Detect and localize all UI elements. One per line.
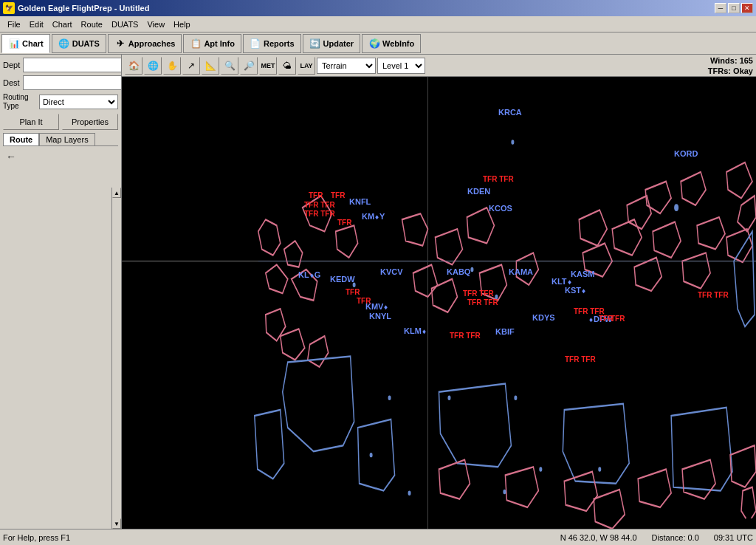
tfr-1: TFR TFR	[483, 175, 514, 183]
panel-tab-route[interactable]: Route	[3, 133, 39, 145]
panel-tab-maplayers[interactable]: Map Layers	[39, 133, 94, 145]
terrain-select[interactable]: Terrain Sectional IFR Low IFR High	[317, 58, 376, 74]
airport-knfl: KNFL	[349, 197, 371, 206]
airport-kedw: KEDW	[330, 275, 355, 284]
airport-klts: KLT⬧	[551, 277, 572, 286]
svg-marker-32	[734, 231, 755, 326]
panel-tabs: Route Map Layers	[3, 133, 118, 146]
wind-info: Winds: 165 TFRs: Okay	[708, 55, 753, 76]
svg-marker-40	[741, 487, 756, 523]
map-zoomout-button[interactable]: 🔎	[240, 57, 258, 75]
tab-webinfo[interactable]: 🌍 WebInfo	[362, 34, 421, 53]
tfr-5: TFR TFR	[304, 210, 335, 218]
dept-input[interactable]	[23, 58, 122, 72]
svg-point-55	[408, 490, 411, 495]
svg-marker-28	[563, 404, 629, 484]
tab-webinfo-label: WebInfo	[382, 39, 414, 48]
svg-marker-26	[283, 356, 354, 451]
svg-marker-22	[726, 229, 752, 262]
svg-point-54	[370, 453, 373, 457]
map-zoomin-button[interactable]: 🔍	[221, 57, 238, 75]
menu-edit[interactable]: Edit	[25, 18, 48, 30]
svg-marker-21	[697, 217, 725, 249]
title-bar: 🦅 Golden Eagle FlightPrep - Untitled ─ □…	[0, 0, 756, 16]
tfr-10: TFR TFR	[467, 298, 498, 306]
map-pan-button[interactable]: ✋	[163, 57, 181, 75]
airport-kdys: KDYS	[532, 313, 555, 322]
svg-marker-39	[730, 445, 756, 487]
close-button[interactable]: ✕	[741, 3, 753, 13]
menu-route[interactable]: Route	[77, 18, 107, 30]
routing-type-label: RoutingType	[3, 93, 36, 111]
svg-point-58	[598, 467, 601, 471]
tfr-3: TFR	[331, 191, 345, 199]
tab-reports[interactable]: 📄 Reports	[243, 34, 301, 53]
map-home-button[interactable]: 🏠	[125, 57, 142, 75]
tfr-14: TFR TFR	[450, 332, 481, 340]
routing-type-row: RoutingType Direct VOR GPS	[3, 93, 118, 111]
menu-file[interactable]: File	[3, 18, 25, 30]
svg-marker-45	[627, 196, 651, 229]
svg-marker-42	[738, 196, 756, 231]
airport-klvg: KL⬧G	[298, 270, 320, 279]
tab-chart[interactable]: 📊 Chart	[1, 34, 50, 53]
tab-apt-info[interactable]: 📋 Apt Info	[183, 34, 241, 53]
tab-reports-label: Reports	[264, 39, 295, 48]
svg-marker-11	[402, 213, 428, 245]
map-toolbar: 🏠 🌐 ✋ ↗ 📐 🔍 🔎 MET 🌤 LAY Terrain Sectiona…	[122, 55, 756, 77]
svg-marker-25	[682, 253, 710, 288]
map-metar-button[interactable]: MET	[259, 57, 277, 75]
map-measure-button[interactable]: 📐	[202, 57, 219, 75]
tfr-8: TFR	[357, 297, 371, 305]
tfr-13: TFR	[611, 315, 625, 323]
map-weather-button[interactable]: 🌤	[278, 57, 296, 75]
airport-kabq: KABQ	[447, 267, 470, 276]
scroll-down-button[interactable]: ▼	[112, 518, 121, 529]
left-panel: Dept Dest RoutingType Direct VOR GPS Pla…	[0, 55, 122, 529]
svg-marker-24	[634, 258, 662, 291]
properties-button[interactable]: Properties	[62, 114, 118, 130]
map-pointer-button[interactable]: ↗	[182, 57, 200, 75]
svg-point-46	[511, 140, 514, 144]
map-svg	[122, 77, 756, 529]
scroll-up-button[interactable]: ▲	[112, 188, 121, 198]
corner-box	[746, 518, 756, 529]
svg-marker-38	[682, 460, 715, 499]
back-arrow[interactable]: ←	[3, 149, 118, 164]
menu-duats[interactable]: DUATS	[107, 18, 142, 30]
status-bar: For Help, press F1 N 46 32.0, W 98 44.0 …	[0, 529, 756, 545]
map-globe-button[interactable]: 🌐	[144, 57, 162, 75]
winds-text: Winds: 165	[708, 55, 753, 66]
airport-kbif: KBIF	[495, 327, 515, 336]
level-select[interactable]: Level 1 Level 2 Level 3	[377, 58, 425, 74]
main-toolbar: 📊 Chart 🌐 DUATS ✈ Approaches 📋 Apt Info …	[0, 32, 756, 55]
airport-klmv: KLM⬧	[404, 326, 427, 335]
plan-it-button[interactable]: Plan It	[3, 114, 59, 130]
airport-kvcv: KVCV	[380, 267, 403, 276]
minimize-button[interactable]: ─	[715, 3, 726, 13]
webinfo-icon: 🌍	[368, 38, 380, 49]
action-buttons: Plan It Properties	[3, 114, 118, 130]
airport-krca: KRCA	[498, 108, 522, 117]
tfr-4: TFR TFR	[304, 201, 335, 209]
svg-marker-36	[594, 490, 625, 529]
svg-point-48	[470, 267, 473, 272]
routing-type-select[interactable]: Direct VOR GPS	[39, 95, 118, 109]
airport-kasm: KASM	[571, 270, 594, 278]
dest-input[interactable]	[23, 75, 122, 90]
map-canvas[interactable]: KRCA KORD KDEN KCOS KABQ KAMA KASM KLT⬧ …	[122, 77, 756, 529]
menu-view[interactable]: View	[142, 18, 169, 30]
restore-button[interactable]: □	[728, 3, 740, 13]
map-layer-button[interactable]: LAY	[298, 57, 315, 75]
tfr-15: TFR TFR	[565, 355, 596, 363]
svg-marker-13	[467, 208, 494, 243]
tab-approaches[interactable]: ✈ Approaches	[108, 34, 182, 53]
airport-kden: KDEN	[467, 187, 490, 196]
airport-kama: KAMA	[509, 267, 533, 276]
menu-chart[interactable]: Chart	[48, 18, 77, 30]
status-right: N 46 32.0, W 98 44.0 Distance: 0.0 09:31…	[560, 533, 753, 542]
tab-updater[interactable]: 🔄 Updater	[303, 34, 361, 53]
tab-duats[interactable]: 🌐 DUATS	[52, 34, 106, 53]
menu-help[interactable]: Help	[169, 18, 195, 30]
tfr-7: TFR	[346, 288, 360, 296]
